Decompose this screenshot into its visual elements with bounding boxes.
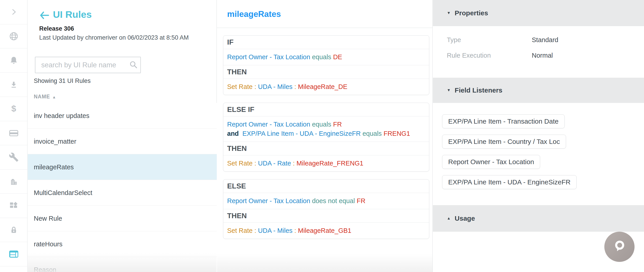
- rule-expression: Set Rate : UDA - Miles : MileageRate_GB1: [227, 226, 425, 235]
- list-item[interactable]: mileageRates: [28, 154, 217, 180]
- field-listener-chip[interactable]: EXP/PA Line Item - Country / Tax Loc: [442, 135, 566, 149]
- detail-scroll-fade: [217, 254, 432, 272]
- rail-item-admin-tools[interactable]: [0, 145, 27, 170]
- rail-item-finance[interactable]: $: [0, 97, 27, 121]
- wrench-icon: [9, 152, 19, 162]
- sort-ascending-icon: ▲: [52, 95, 56, 99]
- properties-panel: ▼ Properties TypeStandardRule ExecutionN…: [433, 0, 644, 272]
- rail-item-globe[interactable]: [0, 24, 27, 49]
- chat-balloon-icon: [612, 239, 627, 255]
- property-label: Rule Execution: [447, 52, 532, 59]
- rail-item-modules[interactable]: [0, 194, 27, 218]
- name-column-header[interactable]: NAME▲: [34, 94, 56, 100]
- search-icon: [129, 61, 138, 70]
- rule-cards: IFReport Owner - Tax Location equals DET…: [223, 35, 429, 247]
- card-section-header: THEN: [223, 142, 429, 155]
- rule-detail-panel: mileageRates IFReport Owner - Tax Locati…: [217, 0, 433, 272]
- svg-text:$: $: [11, 104, 16, 113]
- rule-expression: Report Owner - Tax Location equals DE: [227, 52, 425, 62]
- list-item[interactable]: invoice_matter: [28, 129, 217, 154]
- card-section-header: THEN: [223, 65, 429, 79]
- ui-rules-list-panel: UI Rules Release 306 Last Updated by chr…: [28, 0, 217, 272]
- rail-item-notifications[interactable]: [0, 48, 27, 73]
- search-box: [35, 57, 141, 73]
- ui-rules-screen: $: [0, 0, 644, 272]
- card-section-header: IF: [223, 35, 429, 49]
- rule-detail-header: mileageRates: [217, 0, 432, 28]
- form-layout-icon: [8, 249, 19, 259]
- rail-item-downloads[interactable]: [0, 73, 27, 97]
- building-icon: [9, 177, 19, 186]
- field-listener-chip[interactable]: EXP/PA Line Item - UDA - EngineSizeFR: [442, 175, 577, 189]
- condition-row[interactable]: Report Owner - Tax Location equals FRand…: [223, 116, 429, 142]
- expand-chevron-icon: [9, 7, 18, 17]
- action-row[interactable]: Set Rate : UDA - Miles : MileageRate_GB1: [223, 223, 429, 239]
- action-row[interactable]: Set Rate : UDA - Miles : MileageRate_DE: [223, 79, 429, 95]
- property-row: Rule ExecutionNormal: [447, 48, 632, 63]
- field-listener-chip[interactable]: Report Owner - Tax Location: [442, 155, 540, 169]
- rule-name-title: mileageRates: [227, 9, 281, 19]
- rule-expression: Report Owner - Tax Location equals FR: [227, 120, 425, 129]
- condition-row[interactable]: Report Owner - Tax Location equals DE: [223, 49, 429, 65]
- rule-card: ELSE IFReport Owner - Tax Location equal…: [223, 103, 429, 172]
- list-item[interactable]: rateHours: [28, 231, 217, 257]
- ui-rules-list: inv header updatesinvoice_mattermileageR…: [28, 103, 217, 272]
- back-button[interactable]: [39, 11, 49, 20]
- rule-expression: Report Owner - Tax Location does not equ…: [227, 196, 425, 206]
- dollar-icon: $: [8, 104, 19, 114]
- rule-expression: and EXP/PA Line Item - UDA - EngineSizeF…: [227, 129, 425, 138]
- download-icon: [9, 80, 18, 89]
- card-section-header: ELSE: [223, 179, 429, 193]
- blocks-icon: [9, 201, 19, 211]
- back-arrow-icon: [39, 11, 49, 20]
- rail-item-ui-rules-active[interactable]: [0, 242, 27, 266]
- card-section-header: THEN: [223, 209, 429, 223]
- expand-sidebar-button[interactable]: [0, 0, 27, 24]
- rail-item-cards[interactable]: [0, 121, 27, 145]
- list-item[interactable]: Reason: [28, 257, 217, 272]
- help-button[interactable]: [604, 232, 634, 262]
- rule-card: ELSEReport Owner - Tax Location does not…: [223, 179, 429, 239]
- caret-down-icon: ▼: [447, 88, 451, 93]
- rule-expression: Set Rate : UDA - Rate : MileageRate_FREN…: [227, 159, 425, 168]
- field-listener-chip[interactable]: EXP/PA Line Item - Transaction Date: [442, 114, 565, 128]
- section-header-usage[interactable]: ▲ Usage: [433, 205, 644, 232]
- icon-rail: $: [0, 0, 28, 272]
- property-label: Type: [447, 36, 532, 44]
- search-input[interactable]: [35, 57, 141, 73]
- caret-up-icon: ▲: [447, 216, 451, 221]
- section-header-field-listeners[interactable]: ▼ Field Listeners: [433, 78, 644, 103]
- action-row[interactable]: Set Rate : UDA - Rate : MileageRate_FREN…: [223, 155, 429, 171]
- rule-expression: Set Rate : UDA - Miles : MileageRate_DE: [227, 82, 425, 91]
- list-item[interactable]: inv header updates: [28, 103, 217, 129]
- properties-rows: TypeStandardRule ExecutionNormal: [447, 32, 632, 63]
- property-value: Normal: [532, 52, 553, 59]
- rail-item-company[interactable]: [0, 170, 27, 194]
- card-section-header: ELSE IF: [223, 103, 429, 116]
- lock-icon: [9, 225, 18, 235]
- property-row: TypeStandard: [447, 32, 632, 48]
- list-item[interactable]: MultiCalendarSelect: [28, 180, 217, 206]
- bell-icon: [9, 55, 19, 65]
- condition-row[interactable]: Report Owner - Tax Location does not equ…: [223, 193, 429, 209]
- section-header-properties[interactable]: ▼ Properties: [433, 0, 644, 26]
- credit-card-icon: [8, 128, 19, 138]
- rule-card: IFReport Owner - Tax Location equals DET…: [223, 35, 429, 95]
- globe-icon: [8, 31, 19, 41]
- last-updated-label: Last Updated by chromeriver on 06/02/202…: [39, 34, 188, 41]
- field-listener-chips: EXP/PA Line Item - Transaction DateEXP/P…: [442, 114, 577, 195]
- page-title: UI Rules: [53, 9, 92, 20]
- caret-down-icon: ▼: [447, 11, 451, 15]
- property-value: Standard: [532, 36, 558, 44]
- result-count: Showing 31 UI Rules: [34, 77, 90, 84]
- rail-item-security[interactable]: [0, 218, 27, 242]
- list-item[interactable]: New Rule: [28, 206, 217, 231]
- release-label: Release 306: [39, 25, 74, 32]
